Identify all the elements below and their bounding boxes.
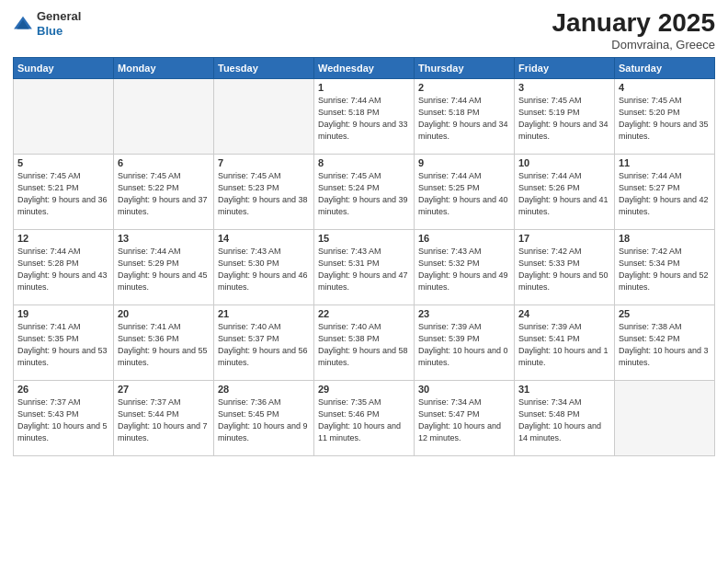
calendar-cell: 16Sunrise: 7:43 AMSunset: 5:32 PMDayligh… bbox=[415, 229, 515, 304]
day-number: 8 bbox=[318, 157, 410, 168]
day-info: Sunrise: 7:39 AMSunset: 5:39 PMDaylight:… bbox=[418, 321, 510, 369]
day-info: Sunrise: 7:44 AMSunset: 5:26 PMDaylight:… bbox=[518, 170, 610, 218]
day-info: Sunrise: 7:40 AMSunset: 5:38 PMDaylight:… bbox=[318, 321, 410, 369]
day-number: 17 bbox=[518, 233, 610, 244]
day-number: 28 bbox=[218, 384, 310, 395]
day-number: 6 bbox=[118, 157, 210, 168]
day-info: Sunrise: 7:44 AMSunset: 5:18 PMDaylight:… bbox=[418, 95, 510, 143]
col-monday: Monday bbox=[114, 57, 214, 78]
day-info: Sunrise: 7:41 AMSunset: 5:36 PMDaylight:… bbox=[118, 321, 210, 369]
day-number: 27 bbox=[118, 384, 210, 395]
day-info: Sunrise: 7:39 AMSunset: 5:41 PMDaylight:… bbox=[518, 321, 610, 369]
logo-icon bbox=[13, 14, 33, 34]
logo: General Blue bbox=[13, 9, 81, 38]
calendar-cell: 19Sunrise: 7:41 AMSunset: 5:35 PMDayligh… bbox=[14, 304, 114, 380]
calendar-cell: 13Sunrise: 7:44 AMSunset: 5:29 PMDayligh… bbox=[114, 229, 214, 304]
day-info: Sunrise: 7:43 AMSunset: 5:31 PMDaylight:… bbox=[318, 246, 410, 293]
day-number: 1 bbox=[318, 82, 410, 93]
calendar-cell: 25Sunrise: 7:38 AMSunset: 5:42 PMDayligh… bbox=[615, 304, 715, 380]
day-info: Sunrise: 7:43 AMSunset: 5:30 PMDaylight:… bbox=[218, 246, 310, 293]
month-title: January 2025 bbox=[552, 9, 715, 38]
calendar-cell: 30Sunrise: 7:34 AMSunset: 5:47 PMDayligh… bbox=[415, 380, 515, 455]
day-number: 3 bbox=[518, 82, 610, 93]
day-info: Sunrise: 7:45 AMSunset: 5:24 PMDaylight:… bbox=[318, 170, 410, 218]
col-thursday: Thursday bbox=[415, 57, 515, 78]
day-number: 25 bbox=[619, 308, 711, 319]
day-info: Sunrise: 7:45 AMSunset: 5:20 PMDaylight:… bbox=[619, 95, 711, 143]
day-info: Sunrise: 7:40 AMSunset: 5:37 PMDaylight:… bbox=[218, 321, 310, 369]
calendar-cell bbox=[14, 78, 114, 154]
calendar-cell: 6Sunrise: 7:45 AMSunset: 5:22 PMDaylight… bbox=[114, 154, 214, 229]
day-number: 23 bbox=[418, 308, 510, 319]
day-number: 11 bbox=[619, 157, 711, 168]
calendar-cell: 3Sunrise: 7:45 AMSunset: 5:19 PMDaylight… bbox=[515, 78, 615, 154]
day-number: 26 bbox=[17, 384, 109, 395]
day-info: Sunrise: 7:42 AMSunset: 5:33 PMDaylight:… bbox=[518, 246, 610, 293]
calendar-week-3: 12Sunrise: 7:44 AMSunset: 5:28 PMDayligh… bbox=[14, 229, 715, 304]
calendar-cell: 5Sunrise: 7:45 AMSunset: 5:21 PMDaylight… bbox=[14, 154, 114, 229]
calendar-cell bbox=[114, 78, 214, 154]
calendar-cell: 26Sunrise: 7:37 AMSunset: 5:43 PMDayligh… bbox=[14, 380, 114, 455]
day-info: Sunrise: 7:43 AMSunset: 5:32 PMDaylight:… bbox=[418, 246, 510, 293]
day-number: 2 bbox=[418, 82, 510, 93]
header: General Blue January 2025 Domvraina, Gre… bbox=[13, 9, 715, 52]
calendar-cell: 22Sunrise: 7:40 AMSunset: 5:38 PMDayligh… bbox=[314, 304, 415, 380]
calendar-cell: 9Sunrise: 7:44 AMSunset: 5:25 PMDaylight… bbox=[415, 154, 515, 229]
calendar-cell: 1Sunrise: 7:44 AMSunset: 5:18 PMDaylight… bbox=[314, 78, 415, 154]
day-info: Sunrise: 7:44 AMSunset: 5:18 PMDaylight:… bbox=[318, 95, 410, 143]
day-info: Sunrise: 7:45 AMSunset: 5:23 PMDaylight:… bbox=[218, 170, 310, 218]
calendar-week-2: 5Sunrise: 7:45 AMSunset: 5:21 PMDaylight… bbox=[14, 154, 715, 229]
day-info: Sunrise: 7:37 AMSunset: 5:43 PMDaylight:… bbox=[17, 396, 109, 444]
calendar-cell: 23Sunrise: 7:39 AMSunset: 5:39 PMDayligh… bbox=[415, 304, 515, 380]
day-info: Sunrise: 7:34 AMSunset: 5:47 PMDaylight:… bbox=[418, 396, 510, 444]
calendar-cell: 20Sunrise: 7:41 AMSunset: 5:36 PMDayligh… bbox=[114, 304, 214, 380]
day-number: 22 bbox=[318, 308, 410, 319]
calendar-table: Sunday Monday Tuesday Wednesday Thursday… bbox=[13, 57, 715, 456]
day-info: Sunrise: 7:44 AMSunset: 5:27 PMDaylight:… bbox=[619, 170, 711, 218]
day-info: Sunrise: 7:41 AMSunset: 5:35 PMDaylight:… bbox=[17, 321, 109, 369]
col-wednesday: Wednesday bbox=[314, 57, 415, 78]
calendar-cell bbox=[214, 78, 314, 154]
calendar-cell: 15Sunrise: 7:43 AMSunset: 5:31 PMDayligh… bbox=[314, 229, 415, 304]
day-info: Sunrise: 7:36 AMSunset: 5:45 PMDaylight:… bbox=[218, 396, 310, 444]
day-number: 21 bbox=[218, 308, 310, 319]
day-number: 4 bbox=[619, 82, 711, 93]
day-info: Sunrise: 7:44 AMSunset: 5:28 PMDaylight:… bbox=[17, 246, 109, 293]
day-info: Sunrise: 7:42 AMSunset: 5:34 PMDaylight:… bbox=[619, 246, 711, 293]
day-info: Sunrise: 7:44 AMSunset: 5:29 PMDaylight:… bbox=[118, 246, 210, 293]
logo-text-general: General bbox=[37, 9, 81, 24]
calendar-cell: 27Sunrise: 7:37 AMSunset: 5:44 PMDayligh… bbox=[114, 380, 214, 455]
calendar-header-row: Sunday Monday Tuesday Wednesday Thursday… bbox=[14, 57, 715, 78]
calendar-cell: 7Sunrise: 7:45 AMSunset: 5:23 PMDaylight… bbox=[214, 154, 314, 229]
calendar-week-5: 26Sunrise: 7:37 AMSunset: 5:43 PMDayligh… bbox=[14, 380, 715, 455]
day-info: Sunrise: 7:38 AMSunset: 5:42 PMDaylight:… bbox=[619, 321, 711, 369]
day-info: Sunrise: 7:45 AMSunset: 5:22 PMDaylight:… bbox=[118, 170, 210, 218]
day-number: 30 bbox=[418, 384, 510, 395]
day-number: 13 bbox=[118, 233, 210, 244]
day-number: 7 bbox=[218, 157, 310, 168]
day-number: 18 bbox=[619, 233, 711, 244]
day-number: 12 bbox=[17, 233, 109, 244]
day-number: 5 bbox=[17, 157, 109, 168]
calendar-cell: 12Sunrise: 7:44 AMSunset: 5:28 PMDayligh… bbox=[14, 229, 114, 304]
calendar-cell: 18Sunrise: 7:42 AMSunset: 5:34 PMDayligh… bbox=[615, 229, 715, 304]
calendar-week-1: 1Sunrise: 7:44 AMSunset: 5:18 PMDaylight… bbox=[14, 78, 715, 154]
day-number: 29 bbox=[318, 384, 410, 395]
calendar-cell: 17Sunrise: 7:42 AMSunset: 5:33 PMDayligh… bbox=[515, 229, 615, 304]
day-info: Sunrise: 7:45 AMSunset: 5:19 PMDaylight:… bbox=[518, 95, 610, 143]
calendar-cell: 31Sunrise: 7:34 AMSunset: 5:48 PMDayligh… bbox=[515, 380, 615, 455]
day-number: 10 bbox=[518, 157, 610, 168]
calendar-cell: 21Sunrise: 7:40 AMSunset: 5:37 PMDayligh… bbox=[214, 304, 314, 380]
day-number: 16 bbox=[418, 233, 510, 244]
calendar-week-4: 19Sunrise: 7:41 AMSunset: 5:35 PMDayligh… bbox=[14, 304, 715, 380]
calendar-cell: 2Sunrise: 7:44 AMSunset: 5:18 PMDaylight… bbox=[415, 78, 515, 154]
calendar-cell: 11Sunrise: 7:44 AMSunset: 5:27 PMDayligh… bbox=[615, 154, 715, 229]
day-info: Sunrise: 7:45 AMSunset: 5:21 PMDaylight:… bbox=[17, 170, 109, 218]
calendar-cell: 4Sunrise: 7:45 AMSunset: 5:20 PMDaylight… bbox=[615, 78, 715, 154]
col-tuesday: Tuesday bbox=[214, 57, 314, 78]
day-info: Sunrise: 7:35 AMSunset: 5:46 PMDaylight:… bbox=[318, 396, 410, 444]
calendar-cell: 28Sunrise: 7:36 AMSunset: 5:45 PMDayligh… bbox=[214, 380, 314, 455]
day-number: 15 bbox=[318, 233, 410, 244]
calendar-cell: 29Sunrise: 7:35 AMSunset: 5:46 PMDayligh… bbox=[314, 380, 415, 455]
col-friday: Friday bbox=[515, 57, 615, 78]
